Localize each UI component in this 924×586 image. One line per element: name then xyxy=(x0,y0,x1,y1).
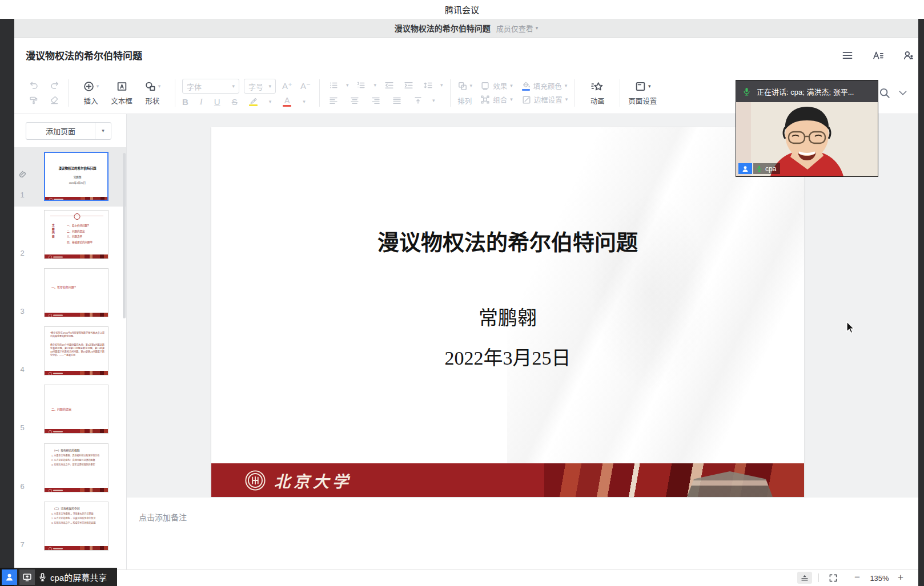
eraser-button[interactable] xyxy=(47,94,61,107)
slide-thumbnail-7[interactable]: （二）可再拓展的空间 1. 从基本立场着眼→ 寻找更大的共识基础 2. 从方法论… xyxy=(44,502,109,551)
format-painter-icon xyxy=(29,96,38,105)
highlight-color-button[interactable] xyxy=(249,97,258,106)
present-button[interactable] xyxy=(797,572,812,584)
decrease-font-button[interactable]: A⁻ xyxy=(299,80,312,92)
vertical-align-top-icon xyxy=(413,96,423,105)
search-button[interactable] xyxy=(878,87,891,99)
thumb-banner xyxy=(45,197,109,201)
vertical-align-button[interactable] xyxy=(411,94,425,107)
slide-thumbnail-1[interactable]: 漫议物权法的希尔伯特问题 常鹏翱 2022年3月25日 xyxy=(44,152,109,201)
fit-to-screen-button[interactable] xyxy=(827,572,839,583)
collaborators-button[interactable] xyxy=(901,48,916,63)
mic-icon xyxy=(756,165,763,172)
outline-view-button[interactable] xyxy=(871,48,886,63)
bullet-list-button[interactable] xyxy=(327,79,340,91)
permission-dropdown[interactable]: 成员仅查看 ▾ xyxy=(496,23,539,34)
undo-icon xyxy=(29,80,39,90)
current-slide[interactable]: 漫议物权法的希尔伯特问题 常鹏翱 2022年3月25日 北京大学 xyxy=(211,127,804,497)
align-right-button[interactable] xyxy=(369,94,383,107)
speaking-label: 正在讲话: cpa; 满洪杰; 张平... xyxy=(757,86,854,97)
increase-font-button[interactable]: A⁺ xyxy=(280,80,294,92)
align-left-icon xyxy=(329,96,338,105)
menu-button[interactable] xyxy=(840,48,855,63)
chevron-down-icon: ▾ xyxy=(102,128,105,134)
line-spacing-button[interactable] xyxy=(421,79,435,91)
textbox-button[interactable]: 文本框 xyxy=(106,80,137,106)
align-left-button[interactable] xyxy=(327,94,340,107)
toolbar-divider xyxy=(175,79,175,107)
zoom-in-button[interactable]: + xyxy=(895,571,906,584)
shared-doc-topbar: 漫议物权法的希尔伯特问题 成员仅查看 ▾ xyxy=(14,19,918,38)
undo-button[interactable] xyxy=(27,79,41,91)
font-family-select[interactable]: 字体▾ xyxy=(182,79,239,94)
decrease-indent-button[interactable] xyxy=(382,79,396,91)
effect-button[interactable]: 效果 ▾ xyxy=(480,80,513,91)
align-right-icon xyxy=(371,96,380,105)
toolbar-divider xyxy=(450,79,451,107)
italic-button[interactable]: I xyxy=(200,97,203,107)
chevron-down-icon: ▾ xyxy=(510,83,513,88)
slide-number: 1 xyxy=(17,191,27,199)
screen-share-pill[interactable]: cpa的屏幕共享 xyxy=(0,568,117,586)
numbered-list-button[interactable] xyxy=(355,79,368,91)
slide-footer-banner: 北京大学 xyxy=(211,463,804,497)
chevron-down-icon: ▾ xyxy=(374,83,377,88)
redo-button[interactable] xyxy=(47,79,61,91)
insert-button[interactable]: ▾ 插入 xyxy=(75,80,106,106)
arrange-group: ▾ 排列 xyxy=(457,80,473,106)
animation-button[interactable]: 动画 xyxy=(582,80,613,106)
increase-indent-button[interactable] xyxy=(401,79,415,91)
redo-icon xyxy=(50,80,59,90)
page-setup-button[interactable]: ▾ 页面设置 xyxy=(627,80,658,106)
slide-thumbnail-6[interactable]: （一）现有研究的概貌 1. 从基本立场着眼：具体权利和占有保护的分析 2. 从方… xyxy=(44,443,109,492)
toolbar-divider xyxy=(620,79,620,107)
add-page-button[interactable]: 添加页面 ▾ xyxy=(26,122,111,140)
document-header: 漫议物权法的希尔伯特问题 xyxy=(14,38,918,72)
slide-thumbnail-5[interactable]: 二、问题的提出 xyxy=(44,385,109,434)
align-center-button[interactable] xyxy=(348,94,361,107)
shared-screen-left-edge xyxy=(0,19,14,586)
slide-thumbnail-3[interactable]: 一、希尔伯特问题? xyxy=(44,268,109,317)
toolbar-divider xyxy=(575,79,575,107)
screen-share-badge xyxy=(19,569,35,585)
collapse-toolbar-button[interactable] xyxy=(898,89,908,97)
meeting-video-overlay[interactable]: 正在讲话: cpa; 满洪杰; 张平... cpa xyxy=(736,80,878,177)
slide-thumbnail-2[interactable]: 主要内容 一、希尔伯特问题? 二、问题的提出 三、问题清单 四、基础理论的问题单 xyxy=(44,210,109,259)
chevron-down-icon xyxy=(898,89,908,97)
border-settings-button[interactable]: 边框设置 ▾ xyxy=(522,94,568,105)
fill-color-button[interactable]: 填充颜色 ▾ xyxy=(522,80,568,91)
chevron-down-icon: ▾ xyxy=(346,83,349,88)
slide-number: 2 xyxy=(17,249,27,257)
font-group: 字体▾ 字号▾ A⁺ A⁻ B I U S ▾ A ▾ xyxy=(182,79,312,107)
underline-button[interactable]: U xyxy=(214,97,220,107)
shape-button[interactable]: ▾ 形状 xyxy=(137,80,168,106)
align-justify-button[interactable] xyxy=(390,94,404,107)
screen-share-icon xyxy=(22,572,32,582)
slide-date: 2022年3月25日 xyxy=(211,342,804,370)
mic-icon xyxy=(742,87,752,96)
page-setup-icon xyxy=(634,80,646,92)
speaker-video: cpa xyxy=(736,102,878,176)
textbox-icon xyxy=(116,80,128,92)
add-page-dropdown[interactable]: ▾ xyxy=(95,123,111,139)
eraser-icon xyxy=(50,96,59,105)
notes-area[interactable]: 点击添加备注 xyxy=(127,498,918,569)
strikethrough-button[interactable]: S xyxy=(232,97,238,107)
participant-badge xyxy=(738,163,752,174)
chevron-down-icon: ▾ xyxy=(470,83,473,88)
bold-button[interactable]: B xyxy=(182,97,188,107)
fill-border-col: 填充颜色 ▾ 边框设置 ▾ xyxy=(522,80,568,105)
arrange-button[interactable]: ▾ xyxy=(457,80,473,92)
group-button[interactable]: 组合 ▾ xyxy=(480,94,513,105)
border-pen-icon xyxy=(522,95,531,104)
university-name: 北京大学 xyxy=(274,469,352,492)
slide-thumbnail-4[interactable]: “希尔伯特在1900年8月巴黎国际数学家代表大会上提出的最重要的数学问题。 希尔… xyxy=(44,326,109,375)
plus-circle-icon xyxy=(83,80,95,92)
slide-number: 4 xyxy=(17,365,27,374)
sidebar-scrollbar[interactable] xyxy=(123,153,126,318)
format-painter-button[interactable] xyxy=(27,94,41,107)
zoom-level: 135% xyxy=(866,574,893,583)
font-size-select[interactable]: 字号▾ xyxy=(244,79,276,94)
zoom-out-button[interactable]: − xyxy=(851,571,863,584)
font-color-button[interactable]: A xyxy=(283,96,291,107)
